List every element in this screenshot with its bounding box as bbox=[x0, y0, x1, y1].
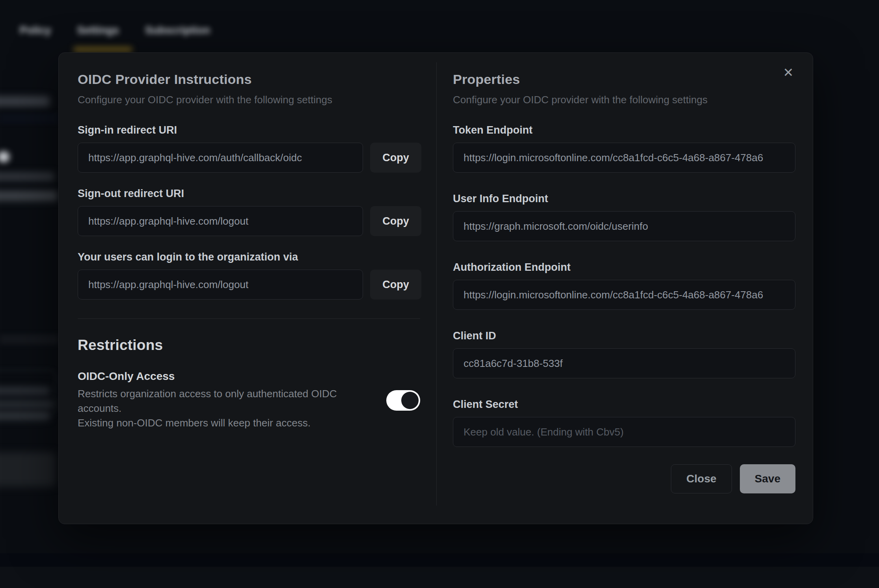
toggle-knob bbox=[401, 392, 419, 409]
restrictions-divider bbox=[78, 318, 420, 319]
blurred-background-fragment bbox=[0, 191, 58, 201]
modal-actions: Close Save bbox=[453, 464, 795, 493]
client-id-label: Client ID bbox=[453, 330, 795, 342]
tab-policy[interactable]: Policy bbox=[20, 24, 51, 37]
oidc-only-access-toggle[interactable] bbox=[386, 390, 420, 411]
blurred-background-fragment bbox=[0, 452, 56, 487]
description-line: Existing non-OIDC members will keep thei… bbox=[78, 416, 361, 430]
oidc-settings-modal: ✕ OIDC Provider Instructions Configure y… bbox=[58, 52, 813, 524]
token-endpoint-field: Token Endpoint bbox=[453, 124, 795, 173]
close-button[interactable]: Close bbox=[671, 464, 732, 493]
oidc-only-access-description: Restricts organization access to only au… bbox=[78, 387, 361, 430]
save-button[interactable]: Save bbox=[740, 464, 795, 493]
login-via-input[interactable] bbox=[78, 270, 363, 300]
token-endpoint-label: Token Endpoint bbox=[453, 124, 795, 136]
user-info-endpoint-label: User Info Endpoint bbox=[453, 193, 795, 205]
sign-in-redirect-label: Sign-in redirect URI bbox=[78, 124, 420, 136]
oidc-instructions-column: OIDC Provider Instructions Configure you… bbox=[78, 72, 420, 430]
blurred-background-fragment bbox=[0, 151, 9, 162]
client-secret-field: Client Secret bbox=[453, 398, 795, 447]
oidc-only-access-row: OIDC-Only Access Restricts organization … bbox=[78, 370, 420, 430]
properties-title: Properties bbox=[453, 72, 795, 87]
blurred-background-fragment bbox=[0, 172, 54, 181]
tab-settings[interactable]: Settings bbox=[77, 24, 119, 37]
authorization-endpoint-label: Authorization Endpoint bbox=[453, 261, 795, 274]
sign-out-redirect-input[interactable] bbox=[78, 206, 363, 236]
blurred-background-fragment bbox=[0, 387, 50, 395]
client-id-field: Client ID bbox=[453, 330, 795, 378]
blurred-background-fragment bbox=[0, 334, 58, 344]
instructions-subtitle: Configure your OIDC provider with the fo… bbox=[78, 94, 420, 106]
screen: Policy Settings Subscription ✕ OIDC Prov… bbox=[0, 0, 879, 588]
active-tab-indicator bbox=[73, 47, 132, 52]
page-footer-band bbox=[0, 567, 879, 588]
user-info-endpoint-field: User Info Endpoint bbox=[453, 193, 795, 241]
restrictions-heading: Restrictions bbox=[78, 337, 420, 354]
sign-out-redirect-label: Sign-out redirect URI bbox=[78, 188, 420, 200]
properties-column: Properties Configure your OIDC provider … bbox=[453, 72, 795, 493]
token-endpoint-input[interactable] bbox=[453, 143, 795, 173]
copy-login-via-button[interactable]: Copy bbox=[370, 270, 421, 300]
blurred-background-fragment bbox=[0, 113, 58, 124]
oidc-only-access-text: OIDC-Only Access Restricts organization … bbox=[78, 370, 361, 430]
login-via-label: Your users can login to the organization… bbox=[78, 251, 420, 263]
description-line: Restricts organization access to only au… bbox=[78, 387, 361, 416]
oidc-only-access-label: OIDC-Only Access bbox=[78, 370, 361, 383]
authorization-endpoint-field: Authorization Endpoint bbox=[453, 261, 795, 310]
properties-subtitle: Configure your OIDC provider with the fo… bbox=[453, 94, 795, 106]
copy-sign-out-redirect-button[interactable]: Copy bbox=[370, 206, 421, 236]
blurred-background-fragment bbox=[0, 411, 50, 420]
copy-sign-in-redirect-button[interactable]: Copy bbox=[370, 143, 421, 173]
tab-subscription[interactable]: Subscription bbox=[145, 24, 210, 37]
blurred-background-fragment bbox=[0, 96, 50, 106]
instructions-title: OIDC Provider Instructions bbox=[78, 72, 420, 87]
user-info-endpoint-input[interactable] bbox=[453, 211, 795, 241]
background-tab-bar: Policy Settings Subscription bbox=[20, 24, 210, 37]
page-footer-band bbox=[0, 553, 879, 567]
blurred-background-fragment bbox=[0, 400, 54, 408]
sign-in-redirect-input[interactable] bbox=[78, 143, 363, 173]
client-id-input[interactable] bbox=[453, 348, 795, 378]
client-secret-input[interactable] bbox=[453, 417, 795, 447]
authorization-endpoint-input[interactable] bbox=[453, 280, 795, 310]
client-secret-label: Client Secret bbox=[453, 398, 795, 411]
sign-out-redirect-field: Sign-out redirect URI Copy bbox=[78, 188, 420, 236]
column-divider bbox=[436, 62, 437, 506]
sign-in-redirect-field: Sign-in redirect URI Copy bbox=[78, 124, 420, 173]
login-via-field: Your users can login to the organization… bbox=[78, 251, 420, 300]
